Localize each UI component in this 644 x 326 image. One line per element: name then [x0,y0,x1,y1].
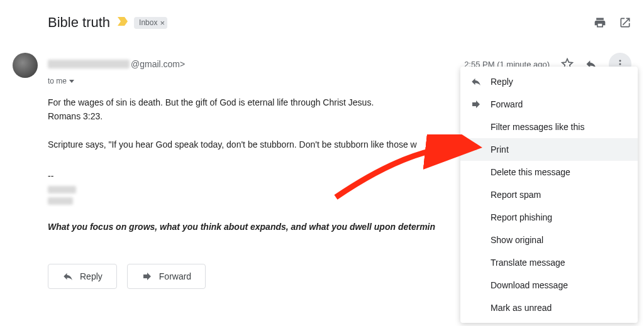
menu-report-phishing[interactable]: Report phishing [460,206,638,229]
label-text: Inbox [139,18,157,27]
chevron-down-icon [69,80,74,83]
menu-mark-unread[interactable]: Mark as unread [460,296,638,319]
reply-button-label: Reply [80,271,103,281]
menu-label: Filter messages like this [491,122,628,132]
menu-download[interactable]: Download message [460,274,638,296]
more-actions-menu: Reply Forward Filter messages like this … [460,67,638,323]
importance-marker-icon[interactable] [118,17,129,28]
menu-label: Reply [491,77,628,87]
reply-button[interactable]: Reply [48,264,117,289]
svg-point-0 [619,60,621,62]
menu-label: Print [491,144,628,155]
menu-label: Report phishing [491,212,628,222]
menu-delete[interactable]: Delete this message [460,161,638,183]
sender-email: @gmail.com> [131,59,185,69]
label-remove-icon[interactable]: × [160,18,165,28]
open-new-window-icon[interactable] [619,16,631,29]
menu-reply[interactable]: Reply [460,70,638,93]
menu-forward[interactable]: Forward [460,93,638,116]
forward-button[interactable]: Forward [127,264,206,289]
menu-label: Download message [491,280,628,290]
menu-label: Translate message [491,258,628,268]
forward-button-label: Forward [159,271,191,281]
menu-label: Show original [491,235,628,245]
menu-label: Report spam [491,190,628,200]
signature-redacted [48,186,76,193]
menu-translate[interactable]: Translate message [460,251,638,274]
reply-icon [470,76,491,87]
label-inbox[interactable]: Inbox × [134,17,167,29]
menu-filter[interactable]: Filter messages like this [460,116,638,138]
signature-redacted [48,197,73,205]
menu-label: Forward [491,99,628,109]
recipient-text: to me [48,77,67,85]
avatar[interactable] [13,53,38,78]
email-subject: Bible truth [48,14,110,31]
menu-show-original[interactable]: Show original [460,229,638,251]
menu-print[interactable]: Print [460,138,638,161]
print-icon[interactable] [594,16,606,29]
menu-report-spam[interactable]: Report spam [460,183,638,206]
forward-icon [470,99,491,110]
menu-label: Delete this message [491,167,628,177]
menu-label: Mark as unread [491,303,628,313]
sender-name-redacted [48,60,130,68]
svg-point-1 [619,63,621,65]
